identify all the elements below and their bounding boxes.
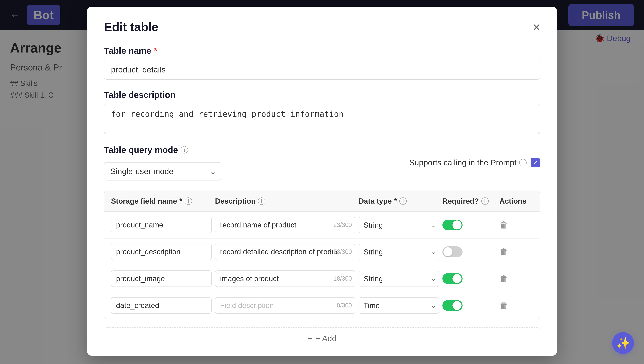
fields-table: Storage field name * i Description i Dat… [104, 190, 540, 319]
type-cell-2: String Number Boolean Time ⌄ [358, 244, 439, 260]
toggle-thumb-3 [452, 274, 462, 283]
table-desc-label: Table description [104, 90, 540, 100]
required-asterisk: * [154, 46, 157, 56]
add-icon: + [308, 334, 312, 343]
delete-button-4[interactable]: 🗑 [500, 300, 508, 310]
actions-cell-4: 🗑 [500, 300, 533, 310]
query-mode-left: Table query mode i Single-user mode Mult… [104, 145, 221, 180]
type-cell-1: String Number Boolean Time ⌄ [358, 217, 439, 233]
desc-cell-4: 0/300 [215, 297, 355, 314]
type-cell-4: String Number Boolean Time ⌄ [358, 298, 439, 314]
required-toggle-1[interactable] [442, 220, 462, 230]
desc-cell-3: 18/300 [215, 270, 355, 287]
actions-cell-3: 🗑 [500, 274, 533, 284]
type-cell-3: String Number Boolean Time ⌄ [358, 270, 439, 287]
query-mode-row: Table query mode i Single-user mode Mult… [104, 145, 540, 180]
field-name-input-4[interactable] [111, 297, 212, 314]
ai-assistant-icon[interactable]: ✨ [612, 332, 634, 354]
table-desc-section: Table description for recording and retr… [104, 90, 540, 135]
col-description: Description i [215, 197, 355, 205]
query-mode-select[interactable]: Single-user mode Multi-user mode Global … [104, 162, 221, 180]
storage-field-info-icon[interactable]: i [185, 198, 192, 205]
add-label: + Add [316, 334, 336, 343]
field-name-input-1[interactable] [111, 217, 212, 233]
supports-prompt-checkbox[interactable] [531, 158, 540, 168]
required-cell-2 [442, 246, 496, 257]
toggle-thumb-2 [444, 247, 452, 256]
desc-counter-3: 18/300 [334, 275, 352, 282]
actions-cell-2: 🗑 [500, 247, 533, 257]
required-toggle-2[interactable] [442, 246, 462, 257]
modal-header: Edit table × [104, 20, 540, 34]
delete-button-1[interactable]: 🗑 [500, 220, 508, 230]
desc-counter-2: 38/300 [334, 248, 352, 255]
toggle-thumb-4 [452, 301, 462, 310]
actions-cell-1: 🗑 [500, 220, 533, 230]
supports-prompt-info-icon[interactable]: i [519, 159, 526, 166]
field-name-input-2[interactable] [111, 244, 212, 260]
query-mode-info-icon[interactable]: i [180, 146, 188, 154]
add-field-button[interactable]: + + Add [104, 328, 540, 350]
desc-counter-1: 23/300 [334, 222, 352, 228]
required-toggle-3[interactable] [442, 273, 462, 284]
type-select-3[interactable]: String Number Boolean Time [358, 270, 439, 287]
field-name-cell-3 [111, 270, 212, 287]
data-type-info-icon[interactable]: i [399, 198, 407, 205]
query-mode-select-wrap: Single-user mode Multi-user mode Global … [104, 162, 221, 180]
col-required: Required? i [442, 197, 496, 205]
type-select-1[interactable]: String Number Boolean Time [358, 217, 439, 233]
table-name-section: Table name * [104, 46, 540, 80]
table-name-label: Table name * [104, 46, 540, 56]
delete-button-3[interactable]: 🗑 [500, 274, 508, 284]
table-header: Storage field name * i Description i Dat… [104, 191, 540, 212]
table-desc-input[interactable]: for recording and retrieving product inf… [104, 104, 540, 134]
description-info-icon[interactable]: i [258, 198, 265, 205]
desc-input-4[interactable] [215, 297, 355, 314]
required-cell-3 [442, 273, 496, 284]
desc-cell-2: 38/300 [215, 244, 355, 260]
required-cell-4 [442, 300, 496, 311]
edit-table-modal: Edit table × Table name * Table descript… [87, 7, 557, 356]
table-row: 23/300 String Number Boolean Time ⌄ [104, 212, 540, 238]
field-name-cell-2 [111, 244, 212, 260]
type-select-2[interactable]: String Number Boolean Time [358, 244, 439, 260]
table-row: 38/300 String Number Boolean Time ⌄ [104, 238, 540, 265]
col-data-type: Data type * i [358, 197, 439, 205]
table-row: 18/300 String Number Boolean Time ⌄ [104, 265, 540, 292]
close-button[interactable]: × [533, 21, 540, 33]
table-name-input[interactable] [104, 60, 540, 80]
col-storage-field-name: Storage field name * i [111, 197, 212, 205]
toggle-thumb-1 [452, 220, 462, 230]
desc-cell-1: 23/300 [215, 217, 355, 233]
modal-title: Edit table [104, 20, 158, 34]
required-toggle-4[interactable] [442, 300, 462, 311]
field-name-cell-4 [111, 297, 212, 314]
type-select-4[interactable]: String Number Boolean Time [358, 298, 439, 314]
field-name-input-3[interactable] [111, 270, 212, 287]
supports-prompt-text: Supports calling in the Prompt i [409, 158, 526, 167]
modal-overlay: Edit table × Table name * Table descript… [0, 0, 644, 364]
desc-counter-4: 0/300 [337, 302, 352, 309]
col-actions: Actions [500, 197, 533, 205]
required-cell-1 [442, 220, 496, 230]
query-mode-label: Table query mode i [104, 145, 221, 155]
supports-prompt-row: Supports calling in the Prompt i [409, 158, 540, 168]
field-name-cell-1 [111, 217, 212, 233]
delete-button-2[interactable]: 🗑 [500, 247, 508, 257]
required-info-icon[interactable]: i [481, 198, 489, 205]
table-row: 0/300 String Number Boolean Time ⌄ [104, 292, 540, 319]
